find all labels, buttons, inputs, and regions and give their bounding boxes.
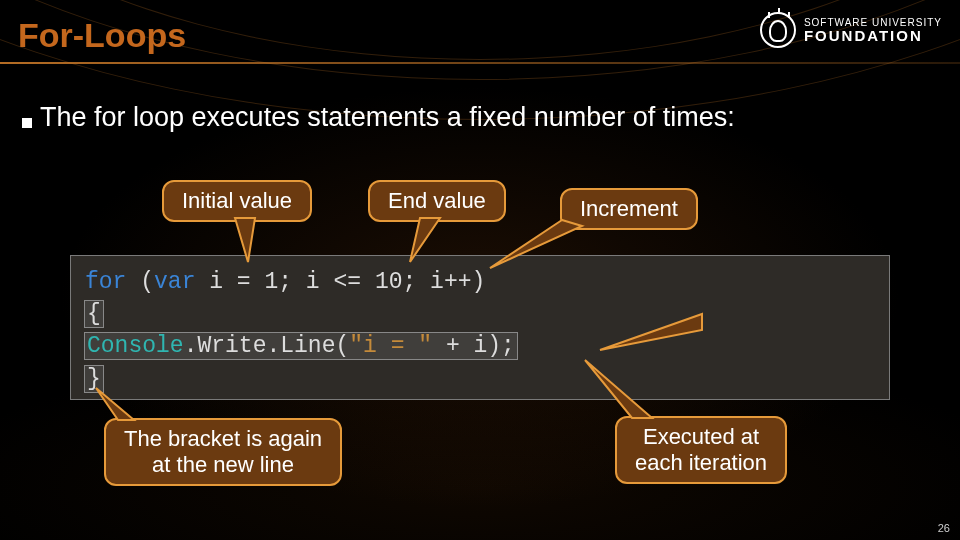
highlight-brace-open: {: [85, 301, 103, 327]
highlight-console-writeline: Console.Write.Line("i = " + i);: [85, 333, 517, 359]
logo-text: SOFTWARE UNIVERSITY FOUNDATION: [804, 18, 942, 43]
bullet-item: The for loop executes statements a fixed…: [22, 102, 735, 133]
bullet-text: The for loop executes statements a fixed…: [40, 102, 735, 133]
keyword-var: var: [154, 269, 195, 295]
logo-line2: FOUNDATION: [804, 28, 942, 43]
code-block: for (var i = 1; i <= 10; i++) { Console.…: [70, 255, 890, 400]
page-number: 26: [938, 522, 950, 534]
keyword-for: for: [85, 269, 126, 295]
code-line-4: }: [85, 363, 875, 395]
code-line-2: {: [85, 298, 875, 330]
callout-increment: Increment: [560, 188, 698, 230]
callout-executed-each-iteration: Executed at each iteration: [615, 416, 787, 484]
logo-line1: SOFTWARE UNIVERSITY: [804, 18, 942, 28]
title-underline: [0, 62, 960, 64]
callout-bracket-newline: The bracket is again at the new line: [104, 418, 342, 486]
callout-end-value: End value: [368, 180, 506, 222]
code-line-1: for (var i = 1; i <= 10; i++): [85, 266, 875, 298]
callout-initial-value: Initial value: [162, 180, 312, 222]
lightbulb-icon: [760, 12, 796, 48]
highlight-brace-close: }: [85, 366, 103, 392]
slide-title: For-Loops: [18, 16, 186, 55]
bullet-icon: [22, 118, 32, 128]
brand-logo: SOFTWARE UNIVERSITY FOUNDATION: [760, 12, 942, 48]
code-line-3: Console.Write.Line("i = " + i);: [85, 330, 875, 362]
